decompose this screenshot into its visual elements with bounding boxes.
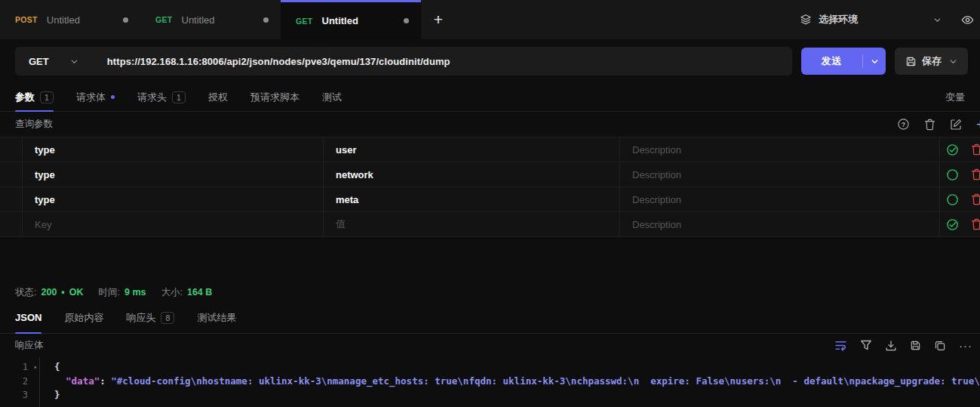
delete-row-icon[interactable] xyxy=(971,218,980,230)
tab-body[interactable]: 请求体 xyxy=(76,83,115,111)
method-selector[interactable]: GET xyxy=(29,56,78,67)
floppy-save-icon xyxy=(905,56,917,67)
variables-link[interactable]: 变量 xyxy=(945,91,965,104)
request-tab-post-untitled[interactable]: POST Untitled xyxy=(0,0,140,39)
method-label: GET xyxy=(296,17,313,26)
param-ops-cell xyxy=(940,137,980,162)
row-handle-cell xyxy=(0,162,23,187)
fold-caret-icon[interactable]: ▾ xyxy=(33,361,37,375)
param-key: type xyxy=(35,194,55,205)
tab-auth[interactable]: 授权 xyxy=(208,83,228,111)
param-desc-cell[interactable]: Description xyxy=(620,162,940,187)
response-status-bar: 状态: 200 • OK 时间: 9 ms 大小: 164 B xyxy=(0,282,980,302)
param-desc-cell[interactable]: Description xyxy=(620,212,940,236)
param-value-cell[interactable]: user xyxy=(324,137,620,162)
param-desc-cell[interactable]: Description xyxy=(620,187,940,211)
chevron-down-icon xyxy=(933,16,942,24)
json-separator: : xyxy=(100,375,111,387)
url-input[interactable]: GET https://192.168.1.16:8006/api2/json/… xyxy=(15,47,792,76)
size-value: 164 B xyxy=(187,287,212,298)
request-tab-get-untitled-1[interactable]: GET Untitled xyxy=(140,0,281,39)
save-response-icon[interactable] xyxy=(910,340,921,351)
param-value: network xyxy=(336,169,373,180)
unsaved-dot-icon xyxy=(263,17,269,23)
tab-label: 原始内容 xyxy=(64,311,103,325)
download-icon[interactable] xyxy=(885,340,897,352)
enabled-check-circle-icon[interactable] xyxy=(946,218,959,231)
response-json-viewer[interactable]: 1▾ { 2 "data": "#cloud-config\nhostname:… xyxy=(0,357,980,407)
param-value-cell[interactable]: 值 xyxy=(324,212,620,236)
time-group: 时间: 9 ms xyxy=(98,286,146,299)
param-value-placeholder: 值 xyxy=(336,217,346,231)
tab-response-json[interactable]: JSON xyxy=(15,302,41,333)
params-count-badge: 1 xyxy=(40,91,54,103)
code-text: { xyxy=(39,360,60,375)
param-key: type xyxy=(35,144,55,156)
param-row: type network Description xyxy=(0,162,980,187)
tab-response-headers[interactable]: 响应头 8 xyxy=(126,302,174,333)
code-text: } xyxy=(39,388,60,402)
chevron-down-icon xyxy=(70,57,78,66)
line-gutter: 1▾ xyxy=(0,360,39,375)
param-row-empty: Key 值 Description xyxy=(0,212,980,237)
delete-row-icon[interactable] xyxy=(971,193,980,205)
eye-icon[interactable] xyxy=(961,14,974,26)
tab-pre-request-script[interactable]: 预请求脚本 xyxy=(250,83,300,111)
param-key-cell[interactable]: type xyxy=(23,187,324,211)
method-label: POST xyxy=(15,15,38,24)
param-key-cell[interactable]: type xyxy=(23,162,324,187)
disabled-circle-icon[interactable] xyxy=(946,193,959,206)
bulk-edit-icon[interactable] xyxy=(950,119,962,131)
tab-params[interactable]: 参数 1 xyxy=(15,83,54,111)
json-key: "data" xyxy=(66,375,100,387)
param-ops-cell xyxy=(940,212,980,236)
send-button[interactable]: 发送 xyxy=(801,48,886,75)
query-params-header: 查询参数 ? + xyxy=(0,112,980,137)
unsaved-dot-icon xyxy=(404,18,409,23)
line-number: 2 xyxy=(23,376,28,387)
api-client-window: POST Untitled GET Untitled GET Untitled … xyxy=(0,0,980,407)
param-desc-placeholder: Description xyxy=(632,194,681,205)
filter-icon[interactable] xyxy=(860,340,872,351)
tab-headers[interactable]: 请求头 1 xyxy=(137,83,186,111)
delete-row-icon[interactable] xyxy=(971,168,980,180)
svg-text:?: ? xyxy=(902,121,906,128)
tab-title: Untitled xyxy=(322,15,358,26)
word-wrap-icon[interactable] xyxy=(834,339,847,352)
param-value-cell[interactable]: network xyxy=(324,162,620,187)
tab-tests[interactable]: 测试 xyxy=(322,83,342,111)
code-text: "data": "#cloud-config\nhostname: uklinx… xyxy=(39,375,980,389)
tab-test-results[interactable]: 测试结果 xyxy=(197,302,236,333)
tab-label: 请求体 xyxy=(76,91,106,104)
param-key-cell[interactable]: type xyxy=(23,137,324,162)
delete-all-icon[interactable] xyxy=(924,119,935,131)
tab-response-raw[interactable]: 原始内容 xyxy=(64,302,103,333)
add-param-icon[interactable]: + xyxy=(976,117,980,131)
request-tab-get-untitled-2-active[interactable]: GET Untitled xyxy=(281,0,421,39)
new-tab-button[interactable]: + xyxy=(421,0,456,39)
copy-icon[interactable] xyxy=(934,340,946,352)
chevron-down-icon[interactable] xyxy=(863,57,886,66)
status-bullet: • xyxy=(61,287,64,298)
param-desc-cell[interactable]: Description xyxy=(620,137,940,162)
chevron-down-icon[interactable] xyxy=(949,57,957,66)
response-body-header: 响应体 ··· xyxy=(0,334,980,357)
more-actions-icon[interactable]: ··· xyxy=(959,339,972,352)
delete-row-icon[interactable] xyxy=(971,143,980,156)
param-value-cell[interactable]: meta xyxy=(324,187,620,211)
help-icon[interactable]: ? xyxy=(897,118,910,131)
method-value: GET xyxy=(29,56,49,67)
param-ops-cell xyxy=(940,162,980,187)
spacer xyxy=(0,237,980,282)
modified-dot-icon xyxy=(111,95,115,99)
tab-label: 测试 xyxy=(322,91,342,104)
send-label: 发送 xyxy=(801,54,862,68)
status-group: 状态: 200 • OK xyxy=(15,286,83,299)
param-key-cell[interactable]: Key xyxy=(23,212,324,236)
enabled-check-circle-icon[interactable] xyxy=(946,143,959,156)
line-number: 1 xyxy=(23,362,28,372)
save-label: 保存 xyxy=(922,54,942,68)
disabled-circle-icon[interactable] xyxy=(946,168,959,181)
environment-selector[interactable]: 选择环境 xyxy=(800,13,942,26)
save-button[interactable]: 保存 xyxy=(895,48,968,75)
